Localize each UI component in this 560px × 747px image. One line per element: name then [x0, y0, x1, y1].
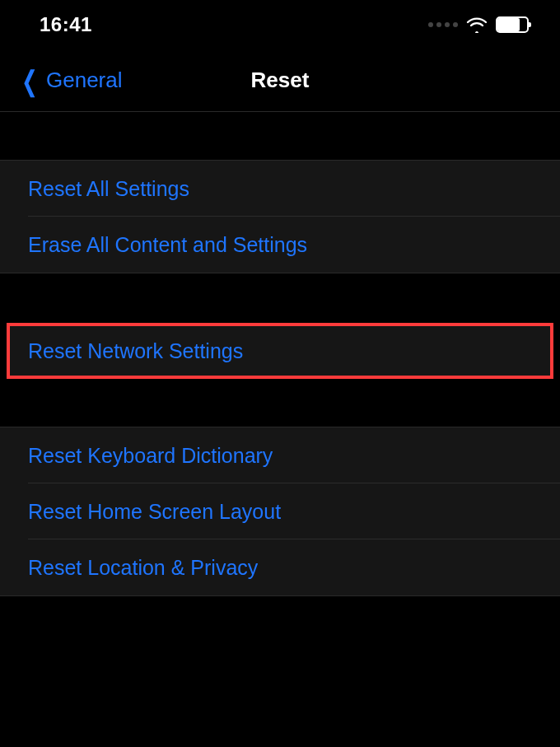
reset-location-privacy-row[interactable]: Reset Location & Privacy [0, 539, 560, 595]
reset-all-settings-row[interactable]: Reset All Settings [0, 161, 560, 217]
erase-all-content-row[interactable]: Erase All Content and Settings [0, 217, 560, 273]
reset-group-1: Reset All Settings Erase All Content and… [0, 160, 560, 273]
row-label: Reset Home Screen Layout [28, 500, 281, 524]
battery-icon [496, 16, 529, 33]
back-label: General [46, 68, 123, 93]
reset-home-screen-layout-row[interactable]: Reset Home Screen Layout [0, 483, 560, 539]
chevron-left-icon: ❮ [21, 67, 38, 95]
status-time: 16:41 [40, 13, 92, 36]
reset-network-group: Reset Network Settings [7, 323, 553, 379]
status-right [428, 16, 529, 33]
section-gap [0, 273, 560, 323]
row-label: Reset All Settings [28, 177, 189, 201]
status-bar: 16:41 [0, 0, 560, 49]
section-gap [0, 112, 560, 160]
section-gap [0, 379, 560, 427]
row-label: Reset Location & Privacy [28, 556, 258, 580]
back-button[interactable]: ❮ General [0, 67, 123, 95]
page-title: Reset [251, 68, 310, 93]
wifi-icon [466, 16, 488, 33]
reset-group-3: Reset Keyboard Dictionary Reset Home Scr… [0, 427, 560, 596]
reset-keyboard-dictionary-row[interactable]: Reset Keyboard Dictionary [0, 427, 560, 483]
nav-bar: ❮ General Reset [0, 49, 560, 112]
reset-network-settings-row[interactable]: Reset Network Settings [7, 323, 553, 379]
row-label: Reset Keyboard Dictionary [28, 444, 273, 468]
row-label: Erase All Content and Settings [28, 233, 307, 257]
row-label: Reset Network Settings [28, 339, 243, 363]
cellular-dots-icon [428, 22, 458, 27]
